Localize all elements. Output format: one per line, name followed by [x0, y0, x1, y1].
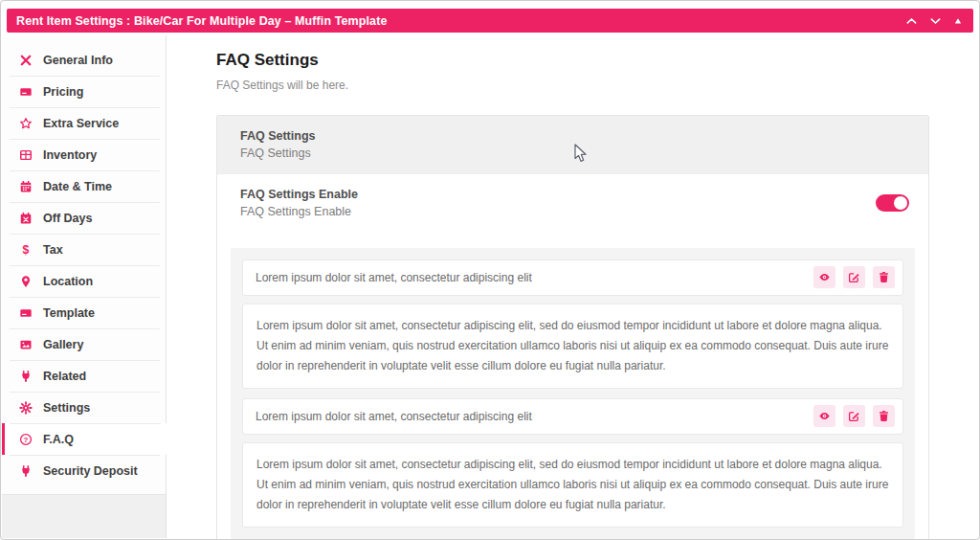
- card-icon: [19, 85, 33, 99]
- toggle-knob: [894, 196, 907, 210]
- faq-enable-label: FAQ Settings Enable: [240, 186, 358, 203]
- card-body: Lorem ipsum dolor sit amet, consectetur …: [217, 233, 928, 540]
- question-icon: [19, 433, 33, 446]
- image-icon: [19, 338, 33, 351]
- sidebar-item-date-time[interactable]: Date & Time: [2, 170, 166, 202]
- sidebar-item-label: F.A.Q: [43, 433, 74, 446]
- table-icon: [19, 148, 33, 162]
- plug-icon: [19, 370, 33, 383]
- eye-icon: [818, 271, 831, 283]
- faq-question-text: Lorem ipsum dolor sit amet, consectetur …: [256, 271, 813, 284]
- card-header-subtitle: FAQ Settings: [240, 145, 905, 162]
- sidebar-item-label: Template: [43, 306, 95, 320]
- chevron-up-icon: [906, 17, 917, 25]
- sidebar-item-extra-service[interactable]: Extra Service: [2, 107, 166, 139]
- collapse-down-button[interactable]: [928, 15, 943, 27]
- card-icon: [19, 306, 33, 320]
- chevron-down-icon: [930, 17, 941, 25]
- sidebar-item-security-deposit[interactable]: Security Deposit: [2, 455, 166, 486]
- sidebar-item-label: Settings: [43, 401, 90, 415]
- sidebar-item-gallery[interactable]: Gallery: [2, 328, 166, 360]
- sidebar-list: General Info Pricing Extra Service Inven…: [2, 35, 166, 486]
- card-header-title: FAQ Settings: [240, 127, 905, 145]
- sidebar-item-label: Date & Time: [43, 180, 112, 193]
- tools-icon: [19, 54, 33, 67]
- titlebar-controls: [904, 15, 964, 27]
- edit-square-icon: [848, 271, 860, 283]
- sidebar-item-related[interactable]: Related: [2, 360, 166, 392]
- window-titlebar: Rent Item Settings : Bike/Car For Multip…: [7, 9, 973, 33]
- faq-item: Lorem ipsum dolor sit amet, consectetur …: [242, 259, 903, 389]
- sidebar-item-label: Inventory: [43, 148, 97, 162]
- faq-question-row: Lorem ipsum dolor sit amet, consectetur …: [242, 398, 903, 435]
- sidebar-item-label: Extra Service: [43, 117, 119, 130]
- sidebar-item-off-days[interactable]: Off Days: [2, 202, 166, 234]
- scroll-top-button[interactable]: [952, 15, 964, 27]
- sidebar-filler: [2, 494, 166, 538]
- page-subtitle: FAQ Settings will be here.: [216, 79, 929, 92]
- main-content: FAQ Settings FAQ Settings will be here. …: [167, 35, 978, 538]
- trash-icon: [878, 271, 890, 283]
- faq-answer-text: Lorem ipsum dolor sit amet, consectetur …: [242, 442, 903, 528]
- sidebar-item-label: Location: [43, 275, 93, 288]
- faq-enable-sublabel: FAQ Settings Enable: [240, 203, 358, 220]
- page-title: FAQ Settings: [216, 51, 929, 70]
- faq-enable-toggle[interactable]: [876, 194, 909, 212]
- trash-icon: [878, 410, 890, 422]
- pin-icon: [19, 275, 33, 288]
- star-icon: [19, 117, 33, 130]
- faq-settings-card: FAQ Settings FAQ Settings FAQ Settings E…: [216, 115, 929, 540]
- faq-list: Lorem ipsum dolor sit amet, consectetur …: [231, 248, 915, 539]
- sidebar-item-general-info[interactable]: General Info: [2, 44, 166, 76]
- collapse-up-button[interactable]: [904, 15, 919, 27]
- faq-enable-labels: FAQ Settings Enable FAQ Settings Enable: [240, 186, 358, 220]
- plug-icon: [19, 464, 33, 478]
- caret-up-icon: [954, 17, 962, 25]
- edit-square-icon: [848, 410, 860, 422]
- sidebar-item-label: Pricing: [43, 85, 83, 99]
- faq-enable-row: FAQ Settings Enable FAQ Settings Enable: [217, 174, 928, 232]
- sidebar-item-label: Gallery: [43, 338, 83, 351]
- faq-actions: [813, 266, 895, 288]
- settings-sidebar: General Info Pricing Extra Service Inven…: [2, 35, 167, 538]
- sidebar-item-tax[interactable]: Tax: [2, 234, 166, 265]
- gear-icon: [19, 401, 33, 415]
- view-button[interactable]: [813, 266, 835, 288]
- sidebar-item-label: Related: [43, 370, 86, 383]
- eye-icon: [818, 410, 831, 422]
- app-window: Rent Item Settings : Bike/Car For Multip…: [0, 0, 980, 540]
- delete-button[interactable]: [873, 266, 895, 288]
- faq-answer-text: Lorem ipsum dolor sit amet, consectetur …: [242, 304, 903, 389]
- faq-item: Lorem ipsum dolor sit amet, consectetur …: [242, 398, 903, 528]
- sidebar-item-label: General Info: [43, 54, 113, 67]
- sidebar-item-f-a-q[interactable]: F.A.Q: [2, 423, 167, 455]
- sidebar-item-inventory[interactable]: Inventory: [2, 139, 166, 170]
- sidebar-item-template[interactable]: Template: [2, 297, 166, 328]
- dollar-icon: [19, 243, 33, 257]
- view-button[interactable]: [813, 405, 835, 427]
- sidebar-item-settings[interactable]: Settings: [2, 392, 166, 423]
- calendar-icon: [19, 180, 33, 193]
- edit-button[interactable]: [843, 266, 865, 288]
- sidebar-item-location[interactable]: Location: [2, 265, 166, 297]
- faq-question-row: Lorem ipsum dolor sit amet, consectetur …: [242, 259, 903, 296]
- sidebar-item-pricing[interactable]: Pricing: [2, 76, 166, 107]
- sidebar-item-label: Tax: [43, 243, 63, 257]
- delete-button[interactable]: [873, 405, 895, 427]
- faq-actions: [813, 405, 895, 427]
- card-header: FAQ Settings FAQ Settings: [217, 116, 928, 174]
- calendar-x-icon: [19, 212, 33, 225]
- edit-button[interactable]: [843, 405, 865, 427]
- window-body: General Info Pricing Extra Service Inven…: [2, 35, 978, 538]
- faq-question-text: Lorem ipsum dolor sit amet, consectetur …: [256, 410, 813, 423]
- window-title: Rent Item Settings : Bike/Car For Multip…: [16, 14, 387, 28]
- sidebar-item-label: Off Days: [43, 212, 92, 225]
- sidebar-item-label: Security Deposit: [43, 464, 138, 478]
